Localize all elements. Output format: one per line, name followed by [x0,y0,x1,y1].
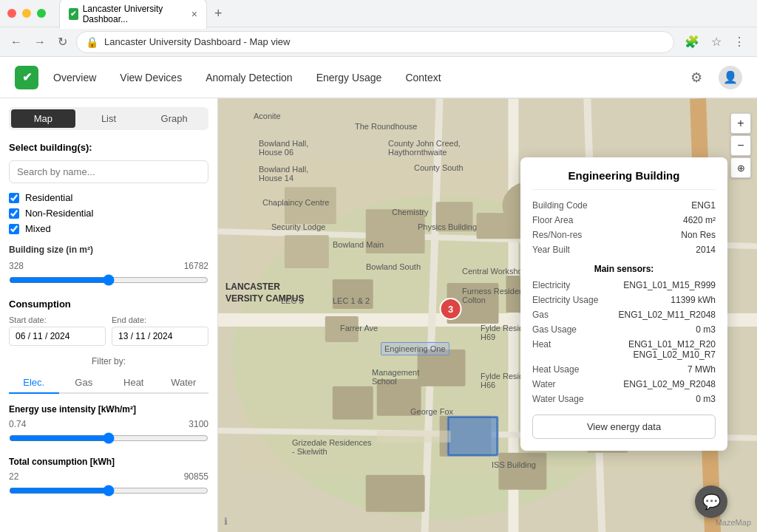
popup-electricity-label: Electricity [532,280,599,290]
bookmark-btn[interactable]: ☆ [707,32,726,52]
popup-heat-label: Heat [532,339,599,349]
popup-res-label: Res/Non-res [532,230,582,240]
popup-electricity-row: Electricity ENG1_L01_M15_R999 [532,280,716,290]
end-date-label: End date: [112,316,208,324]
svg-rect-17 [366,475,425,512]
popup-electricity-usage-row: Electricity Usage 11399 kWh [532,295,716,305]
back-btn[interactable]: ← [7,33,25,52]
energy-intensity-slider[interactable] [9,432,208,444]
intensity-max-value: 3100 [189,419,208,429]
popup-building-code-label: Building Code [532,200,588,211]
gear-icon: ⚙ [690,69,702,86]
url-bar[interactable]: 🔒 Lancaster University Dashboard - Map v… [76,31,674,53]
filter-by-label: Filter by: [9,356,208,366]
zoom-out-btn[interactable]: − [730,135,751,156]
building-info-popup: Engineering Building Building Code ENG1 … [520,157,727,451]
date-range-row: Start date: End date: [9,316,208,346]
map-label-roundhouse: The Roundhouse [355,122,417,131]
residential-checkbox[interactable] [9,193,19,203]
end-date-field: End date: [112,316,208,346]
end-date-input[interactable] [112,327,208,346]
zoom-in-btn[interactable]: + [730,113,751,134]
popup-water-value: ENG1_L02_M9_R2048 [599,379,716,389]
browser-maximize-btn[interactable] [37,9,46,18]
popup-water-row: Water ENG1_L02_M9_R2048 [532,379,716,389]
filter-type-tabs: Elec. Gas Heat Water [9,372,208,394]
popup-gas-value: ENG1_L02_M11_R2048 [599,310,716,320]
tab-title: Lancaster University Dashboar... [83,4,184,24]
browser-titlebar: ✔ Lancaster University Dashboar... × + [0,0,757,27]
reset-view-btn[interactable]: ⊕ [730,157,751,178]
size-min-value: 328 [9,261,24,271]
popup-water-usage-row: Water Usage 0 m3 [532,394,716,404]
list-view-btn[interactable]: List [77,109,141,128]
settings-btn[interactable]: ⚙ [683,64,710,91]
tab-close-btn[interactable]: × [191,9,197,19]
extensions-btn[interactable]: 🧩 [680,32,704,52]
map-label-grizedale: Grizedale Residences- Skelwith [292,438,372,456]
start-date-input[interactable] [9,327,106,346]
building-size-label: Building size (in m²) [9,245,208,255]
graph-view-btn[interactable]: Graph [142,109,206,128]
chat-btn[interactable]: 💬 [695,485,727,518]
map-label-physics: Physics Building [418,222,477,231]
popup-electricity-usage-label: Electricity Usage [532,295,599,305]
map-label-lec12: LEC 1 & 2 [333,296,370,305]
map-label-engineering-one[interactable]: Engineering One [381,342,449,355]
map-label-bowland-south: Bowland South [366,262,421,271]
new-tab-btn[interactable]: + [210,4,227,23]
browser-tab[interactable]: ✔ Lancaster University Dashboar... × [59,0,207,29]
map-label-county-john-creed: County John Creed,Haythornthwaite [388,139,461,157]
browser-chrome: ✔ Lancaster University Dashboar... × + ←… [0,0,757,57]
mixed-checkbox[interactable] [9,224,19,234]
view-energy-btn[interactable]: View energy data [532,415,716,439]
nav-overview[interactable]: Overview [53,69,96,86]
user-avatar-btn[interactable]: 👤 [719,66,742,89]
mixed-filter[interactable]: Mixed [9,223,208,234]
popup-heat-value: ENG1_L01_M12_R20ENG1_L02_M10_R7 [599,339,716,360]
map-label-aconite: Aconite [254,112,281,120]
popup-gas-row: Gas ENG1_L02_M11_R2048 [532,310,716,320]
forward-btn[interactable]: → [31,33,49,52]
mazemap-watermark: MazeMap [716,518,751,527]
nav-anomaly-detection[interactable]: Anomaly Detection [206,69,293,86]
browser-minimize-btn[interactable] [22,9,31,18]
building-size-section: Building size (in m²) 328 16782 [9,245,208,288]
popup-water-usage-value: 0 m3 [599,394,716,404]
building-search-input[interactable] [9,160,208,183]
map-view-btn[interactable]: Map [11,109,75,128]
filter-tab-gas[interactable]: Gas [59,372,109,392]
popup-sensors-title: Main sensors: [532,264,716,274]
main-layout: Map List Graph Select building(s): Resid… [0,98,757,532]
mixed-label: Mixed [25,223,51,234]
url-text: Lancaster University Dashboard - Map vie… [104,36,665,47]
residential-filter[interactable]: Residential [9,192,208,203]
map-label-security-lodge: Security Lodge [271,222,325,231]
non-residential-filter[interactable]: Non-Residential [9,208,208,219]
map-area[interactable]: 3 Aconite Bowland Hall,House 06 Bowland … [218,98,757,532]
non-residential-checkbox[interactable] [9,208,19,219]
building-size-slider[interactable] [9,274,208,286]
total-consumption-slider[interactable] [9,485,208,497]
svg-rect-16 [498,453,546,490]
nav-context[interactable]: Context [405,69,441,86]
filter-tab-elec[interactable]: Elec. [9,372,59,394]
svg-rect-29 [377,431,451,443]
total-consumption-label: Total consumption [kWh] [9,457,208,467]
filter-tab-water[interactable]: Water [159,372,209,392]
map-zoom-controls: + − ⊕ [730,113,751,178]
non-residential-label: Non-Residential [25,208,94,219]
popup-heat-usage-row: Heat Usage 7 MWh [532,364,716,375]
filter-tab-heat[interactable]: Heat [109,372,159,392]
menu-btn[interactable]: ⋮ [729,32,750,52]
tab-bar: ✔ Lancaster University Dashboar... × + [52,0,234,29]
nav-energy-usage[interactable]: Energy Usage [316,69,382,86]
map-label-bowland-hall-14: Bowland Hall,House 14 [259,165,308,183]
map-label-george-fox: George Fox [410,407,453,416]
refresh-btn[interactable]: ↻ [55,32,70,52]
browser-close-btn[interactable] [7,9,16,18]
start-date-label: Start date: [9,316,106,324]
tab-favicon: ✔ [69,8,78,20]
nav-view-devices[interactable]: View Devices [120,69,182,86]
chat-icon: 💬 [702,493,721,511]
